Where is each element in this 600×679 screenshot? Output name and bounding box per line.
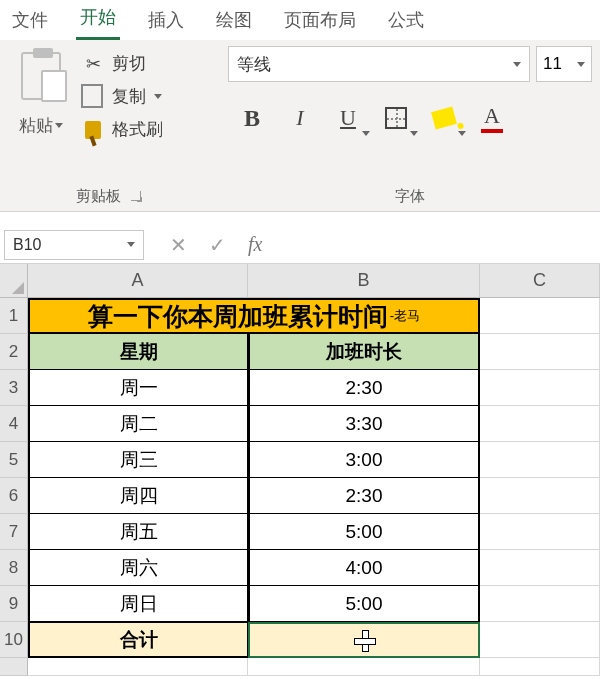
confirm-formula-button[interactable]: ✓	[209, 233, 226, 257]
chevron-down-icon	[410, 131, 418, 136]
italic-button[interactable]: I	[276, 94, 324, 142]
cell-C1[interactable]	[480, 298, 600, 334]
cell-A7[interactable]: 周五	[28, 514, 248, 550]
cell-C10[interactable]	[480, 622, 600, 658]
fx-icon[interactable]: fx	[248, 233, 262, 256]
name-box[interactable]: B10	[4, 230, 144, 260]
cell-A6[interactable]: 周四	[28, 478, 248, 514]
dialog-launcher-icon[interactable]	[131, 191, 141, 201]
bold-button[interactable]: B	[228, 94, 276, 142]
chevron-down-icon	[577, 62, 585, 67]
tab-formulas[interactable]: 公式	[384, 2, 428, 40]
select-all-corner[interactable]	[0, 264, 28, 298]
cut-button[interactable]: ✂ 剪切	[82, 52, 163, 75]
font-name-value: 等线	[237, 53, 271, 76]
cell-B6[interactable]: 2:30	[248, 478, 480, 514]
fill-color-button[interactable]	[420, 94, 468, 142]
font-name-dropdown[interactable]: 等线	[228, 46, 530, 82]
cell-A10[interactable]: 合计	[28, 622, 248, 658]
cell-B3[interactable]: 2:30	[248, 370, 480, 406]
cell-B2[interactable]: 加班时长	[248, 334, 480, 370]
row-header[interactable]: 1	[0, 298, 28, 334]
font-color-icon: A	[484, 103, 500, 129]
row-header[interactable]: 8	[0, 550, 28, 586]
tab-draw[interactable]: 绘图	[212, 2, 256, 40]
underline-button[interactable]: U	[324, 94, 372, 142]
chevron-down-icon	[513, 62, 521, 67]
cursor-icon	[354, 630, 374, 650]
tab-home[interactable]: 开始	[76, 0, 120, 40]
row-header[interactable]: 6	[0, 478, 28, 514]
row-header[interactable]: 4	[0, 406, 28, 442]
cell-A3[interactable]: 周一	[28, 370, 248, 406]
cell-C3[interactable]	[480, 370, 600, 406]
clipboard-group: 粘贴 ✂ 剪切 复制 格式刷 剪贴板	[0, 40, 216, 211]
formula-bar: B10 ✕ ✓ fx	[0, 226, 600, 264]
cell-C5[interactable]	[480, 442, 600, 478]
chevron-down-icon	[362, 131, 370, 136]
row-header[interactable]: 10	[0, 622, 28, 658]
cell-C8[interactable]	[480, 550, 600, 586]
bold-icon: B	[244, 105, 260, 132]
cell-A4[interactable]: 周二	[28, 406, 248, 442]
font-size-dropdown[interactable]: 11	[536, 46, 592, 82]
cell-B10[interactable]	[248, 622, 480, 658]
cell-A11[interactable]	[28, 658, 248, 676]
name-box-value: B10	[13, 236, 41, 254]
font-color-button[interactable]: A	[468, 94, 516, 142]
row-header[interactable]	[0, 658, 28, 676]
copy-label: 复制	[112, 85, 146, 108]
col-header-A[interactable]: A	[28, 264, 248, 298]
cell-C6[interactable]	[480, 478, 600, 514]
font-group-label: 字体	[395, 187, 425, 206]
font-size-value: 11	[543, 54, 562, 74]
paste-label: 粘贴	[19, 114, 53, 137]
copy-button[interactable]: 复制	[82, 85, 163, 108]
cell-B11[interactable]	[248, 658, 480, 676]
paste-button[interactable]: 粘贴	[6, 46, 76, 141]
tab-file[interactable]: 文件	[8, 2, 52, 40]
formula-input[interactable]	[276, 230, 600, 260]
row-header[interactable]: 9	[0, 586, 28, 622]
underline-icon: U	[340, 105, 356, 131]
borders-button[interactable]	[372, 94, 420, 142]
cell-B9[interactable]: 5:00	[248, 586, 480, 622]
format-painter-button[interactable]: 格式刷	[82, 118, 163, 141]
cell-B7[interactable]: 5:00	[248, 514, 480, 550]
cell-C11[interactable]	[480, 658, 600, 676]
tab-insert[interactable]: 插入	[144, 2, 188, 40]
clipboard-icon	[21, 52, 61, 100]
cell-C7[interactable]	[480, 514, 600, 550]
row-header[interactable]: 3	[0, 370, 28, 406]
col-header-B[interactable]: B	[248, 264, 480, 298]
tab-layout[interactable]: 页面布局	[280, 2, 360, 40]
cell-A2[interactable]: 星期	[28, 334, 248, 370]
cell-C4[interactable]	[480, 406, 600, 442]
ribbon: 粘贴 ✂ 剪切 复制 格式刷 剪贴板	[0, 40, 600, 212]
column-header-row: A B C	[0, 264, 600, 298]
brush-icon	[85, 121, 101, 139]
font-group: 等线 11 B I U A 字体	[216, 40, 600, 211]
cell-B1[interactable]	[248, 298, 480, 334]
bucket-icon	[431, 106, 457, 129]
cell-C2[interactable]	[480, 334, 600, 370]
scissors-icon: ✂	[82, 53, 104, 75]
cell-B4[interactable]: 3:30	[248, 406, 480, 442]
cell-A1[interactable]	[28, 298, 248, 334]
borders-icon	[385, 107, 407, 129]
cell-B8[interactable]: 4:00	[248, 550, 480, 586]
sheet-body: 1 2 3 4 5 6 7 8 9 10 算一下你本周加班累计时间-老马 .ti…	[0, 298, 600, 676]
row-header[interactable]: 5	[0, 442, 28, 478]
cell-A5[interactable]: 周三	[28, 442, 248, 478]
cell-B5[interactable]: 3:00	[248, 442, 480, 478]
cell-A8[interactable]: 周六	[28, 550, 248, 586]
cancel-formula-button[interactable]: ✕	[170, 233, 187, 257]
cell-A9[interactable]: 周日	[28, 586, 248, 622]
row-header[interactable]: 2	[0, 334, 28, 370]
row-header[interactable]: 7	[0, 514, 28, 550]
italic-icon: I	[296, 105, 303, 131]
cell-C9[interactable]	[480, 586, 600, 622]
format-painter-label: 格式刷	[112, 118, 163, 141]
chevron-down-icon	[55, 123, 63, 128]
col-header-C[interactable]: C	[480, 264, 600, 298]
